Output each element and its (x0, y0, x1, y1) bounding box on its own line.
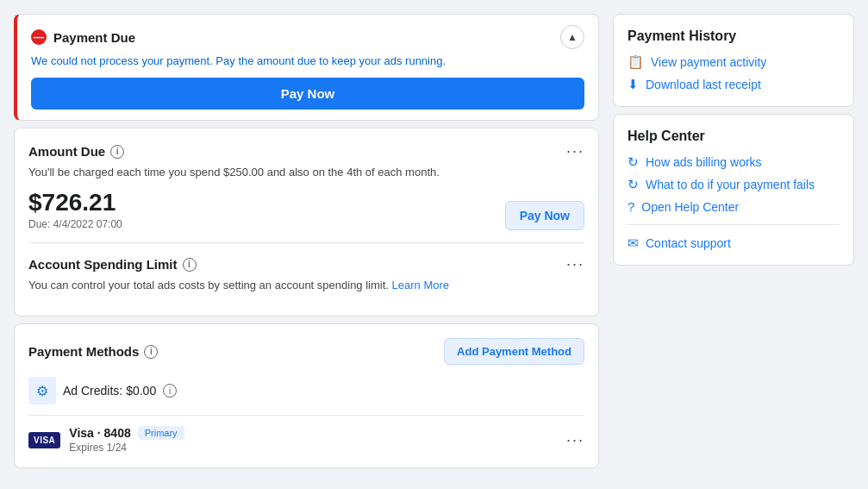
spending-limit-title: Account Spending Limit i (28, 257, 197, 272)
due-date: Due: 4/4/2022 07:00 (28, 218, 122, 230)
how-ads-billing-label: How ads billing works (646, 155, 762, 169)
amount-due-menu-button[interactable]: ··· (566, 142, 584, 160)
spending-limit-prefix: You can control your total ads costs by … (28, 279, 389, 292)
calendar-icon: 📋 (628, 54, 644, 70)
amount-info: $726.21 Due: 4/4/2022 07:00 (28, 189, 122, 230)
open-help-center-link[interactable]: ? Open Help Center (628, 199, 840, 214)
payment-fails-link[interactable]: ↻ What to do if your payment fails (628, 177, 840, 192)
ad-credits-row: ⚙ Ad Credits: $0.00 i (28, 377, 584, 404)
help-center-divider (628, 224, 840, 225)
payment-due-message: We could not process your payment. Pay t… (31, 54, 584, 67)
how-ads-billing-link[interactable]: ↻ How ads billing works (628, 154, 840, 170)
contact-support-link[interactable]: ✉ Contact support (628, 235, 840, 251)
visa-menu-button[interactable]: ··· (566, 431, 584, 449)
payment-methods-title: Payment Methods i (28, 344, 158, 359)
payment-methods-info-icon[interactable]: i (144, 345, 158, 359)
amount-row: $726.21 Due: 4/4/2022 07:00 Pay Now (28, 189, 584, 230)
payment-due-card: — Payment Due ▲ We could not process you… (14, 14, 599, 121)
amount-due-title: Amount Due i (28, 144, 124, 159)
spending-limit-section: Account Spending Limit i ··· You can con… (28, 255, 584, 292)
spending-limit-subtitle: You can control your total ads costs by … (28, 279, 584, 292)
right-column: Payment History 📋 View payment activity … (613, 14, 854, 468)
visa-expiry: Expires 1/24 (69, 442, 558, 454)
question-icon: ? (628, 199, 634, 214)
pay-now-secondary-button[interactable]: Pay Now (505, 201, 584, 230)
download-receipt-label: Download last receipt (646, 78, 761, 91)
download-icon: ⬇ (628, 77, 639, 92)
message-link: ads running (384, 54, 443, 67)
visa-details: Visa · 8408 Primary Expires 1/24 (69, 426, 558, 454)
open-help-center-label: Open Help Center (641, 200, 739, 214)
collapse-button[interactable]: ▲ (560, 25, 584, 49)
refresh-icon-1: ↻ (628, 154, 639, 170)
payment-due-icon: — (31, 29, 47, 45)
payment-methods-label: Payment Methods (28, 344, 139, 359)
contact-support-label: Contact support (646, 236, 731, 250)
amount-due-header: Amount Due i ··· (28, 142, 584, 160)
amount-due-info-icon[interactable]: i (110, 145, 124, 159)
spending-limit-header: Account Spending Limit i ··· (28, 255, 584, 273)
primary-badge: Primary (138, 426, 184, 440)
visa-row: VISA Visa · 8408 Primary Expires 1/24 ··… (28, 415, 584, 454)
message-suffix: . (442, 54, 446, 67)
divider-1 (28, 242, 584, 243)
refresh-icon-2: ↻ (628, 177, 639, 192)
amount-due-card: Amount Due i ··· You'll be charged each … (14, 128, 599, 317)
help-center-title: Help Center (628, 129, 840, 144)
ad-credits-icon: ⚙ (28, 377, 56, 404)
view-payment-activity-label: View payment activity (651, 55, 766, 69)
spending-limit-menu-button[interactable]: ··· (566, 255, 584, 273)
left-column: — Payment Due ▲ We could not process you… (14, 14, 599, 468)
payment-due-title: — Payment Due (31, 29, 135, 45)
payment-due-header: — Payment Due ▲ (31, 25, 584, 49)
message-prefix: We could not process your payment. Pay t… (31, 54, 384, 67)
collapse-icon: ▲ (567, 31, 578, 43)
payment-fails-label: What to do if your payment fails (646, 178, 815, 191)
payment-methods-header: Payment Methods i Add Payment Method (28, 338, 584, 365)
learn-more-link[interactable]: Learn More (392, 279, 449, 292)
payment-history-card: Payment History 📋 View payment activity … (613, 14, 854, 107)
pay-now-main-button[interactable]: Pay Now (31, 78, 584, 110)
download-receipt-link[interactable]: ⬇ Download last receipt (628, 77, 840, 92)
amount-due-label: Amount Due (28, 144, 105, 159)
payment-due-label: Payment Due (53, 30, 135, 45)
spending-limit-label: Account Spending Limit (28, 257, 178, 272)
payment-methods-card: Payment Methods i Add Payment Method ⚙ A… (14, 323, 599, 468)
visa-title-row: Visa · 8408 Primary (69, 426, 558, 440)
view-payment-activity-link[interactable]: 📋 View payment activity (628, 54, 840, 70)
visa-logo: VISA (28, 432, 60, 448)
ad-credits-label: Ad Credits: $0.00 (63, 384, 156, 398)
add-payment-method-button[interactable]: Add Payment Method (444, 338, 584, 365)
payment-history-title: Payment History (628, 28, 840, 44)
amount-due-subtitle: You'll be charged each time you spend $2… (28, 166, 584, 179)
help-center-card: Help Center ↻ How ads billing works ↻ Wh… (613, 114, 854, 266)
visa-name: Visa · 8408 (69, 426, 130, 440)
ad-credits-info-icon[interactable]: i (163, 384, 177, 398)
spending-limit-info-icon[interactable]: i (183, 258, 197, 272)
big-amount: $726.21 (28, 189, 122, 216)
email-icon: ✉ (628, 235, 639, 251)
